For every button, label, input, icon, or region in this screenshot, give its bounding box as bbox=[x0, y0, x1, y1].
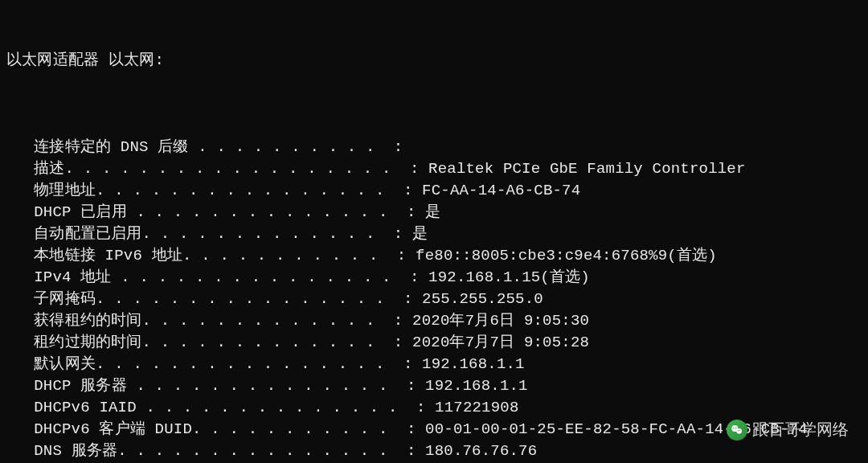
dots-fill: . . . . . . . . . . . . . . bbox=[127, 375, 397, 397]
colon-separator: : bbox=[394, 180, 422, 202]
colon-separator: : bbox=[384, 310, 412, 332]
config-label: 获得租约的时间 bbox=[34, 310, 141, 332]
dots-fill: . . . . . . . . . . . . . . bbox=[137, 397, 407, 419]
config-row-11: DHCP 服务器 . . . . . . . . . . . . . . : 1… bbox=[34, 375, 862, 397]
adapter-header: 以太网适配器 以太网: bbox=[6, 50, 862, 72]
dots-fill: . . . . . . . . . . . . . bbox=[142, 332, 385, 354]
config-row-8: 获得租约的时间. . . . . . . . . . . . . : 2020年… bbox=[34, 310, 862, 332]
dots-fill: . . . . . . . . . . . . . . bbox=[127, 202, 397, 223]
config-value: Realtek PCIe GbE Family Controller bbox=[428, 158, 745, 180]
dots-fill: . . . . . . . . . . . . . . . bbox=[117, 440, 397, 462]
watermark: 跟百哥学网络 bbox=[727, 419, 849, 440]
config-row-5: 本地链接 IPv6 地址. . . . . . . . . . . : fe80… bbox=[34, 245, 862, 267]
config-value: 2020年7月7日 9:05:28 bbox=[412, 332, 589, 354]
config-row-2: 物理地址. . . . . . . . . . . . . . . . : FC… bbox=[34, 180, 862, 202]
svg-point-5 bbox=[739, 430, 740, 431]
config-row-9: 租约过期的时间. . . . . . . . . . . . . : 2020年… bbox=[34, 332, 862, 354]
config-value: 是 bbox=[412, 223, 428, 245]
config-row-3: DHCP 已启用 . . . . . . . . . . . . . . : 是 bbox=[34, 202, 862, 223]
colon-separator: : bbox=[400, 267, 428, 289]
config-label: 自动配置已启用 bbox=[34, 223, 141, 245]
dots-fill: . . . . . . . . . . . bbox=[182, 245, 387, 267]
dots-fill: . . . . . . . . . . . . . . . . . . bbox=[65, 158, 401, 180]
wechat-icon bbox=[727, 420, 747, 440]
config-value: 192.168.1.1 bbox=[425, 375, 528, 397]
config-label: DHCP 已启用 bbox=[34, 202, 127, 223]
colon-separator: : bbox=[400, 158, 428, 180]
colon-separator: : bbox=[397, 440, 425, 462]
svg-point-3 bbox=[735, 427, 736, 428]
config-row-14: DNS 服务器. . . . . . . . . . . . . . . : 1… bbox=[34, 440, 862, 462]
dots-fill: . . . . . . . . . . bbox=[189, 137, 385, 158]
dots-fill: . . . . . . . . . . . . . . . . bbox=[96, 289, 394, 310]
config-label: 默认网关 bbox=[34, 354, 96, 375]
colon-separator: : bbox=[384, 332, 412, 354]
colon-separator: : bbox=[387, 245, 416, 267]
config-label: DHCPv6 客户端 DUID bbox=[34, 419, 192, 440]
dots-fill: . . . . . . . . . . . . . . . bbox=[112, 267, 401, 289]
config-row-6: IPv4 地址 . . . . . . . . . . . . . . . : … bbox=[34, 267, 862, 289]
config-label: IPv4 地址 bbox=[34, 267, 111, 289]
colon-separator: : bbox=[397, 202, 425, 223]
config-label: DHCPv6 IAID bbox=[34, 397, 137, 419]
config-row-7: 子网掩码. . . . . . . . . . . . . . . . : 25… bbox=[34, 289, 862, 310]
watermark-text: 跟百哥学网络 bbox=[752, 419, 849, 440]
config-value: 117221908 bbox=[435, 397, 518, 419]
config-value: fe80::8005:cbe3:c9e4:6768%9(首选) bbox=[416, 245, 717, 267]
colon-separator: : bbox=[394, 289, 422, 310]
config-label: 租约过期的时间 bbox=[34, 332, 141, 354]
config-label: 本地链接 IPv6 地址 bbox=[34, 245, 182, 267]
colon-separator: : bbox=[397, 375, 425, 397]
dots-fill: . . . . . . . . . . . . . . . . bbox=[96, 354, 394, 375]
colon-separator: : bbox=[394, 354, 422, 375]
config-value: FC-AA-14-A6-CB-74 bbox=[422, 180, 580, 202]
ipconfig-block: 连接特定的 DNS 后缀 . . . . . . . . . . : 描述. .… bbox=[6, 137, 862, 463]
dots-fill: . . . . . . . . . . . . . bbox=[142, 310, 385, 332]
config-value: 192.168.1.1 bbox=[422, 354, 525, 375]
config-row-4: 自动配置已启用. . . . . . . . . . . . . : 是 bbox=[34, 223, 862, 245]
config-value: 192.168.1.15(首选) bbox=[428, 267, 590, 289]
dots-fill: . . . . . . . . . . . . . bbox=[142, 223, 385, 245]
svg-point-2 bbox=[733, 427, 734, 428]
config-value: 是 bbox=[425, 202, 440, 223]
config-value: 2020年7月6日 9:05:30 bbox=[412, 310, 589, 332]
svg-point-1 bbox=[736, 428, 742, 434]
config-label: 子网掩码 bbox=[34, 289, 96, 310]
config-label: DNS 服务器 bbox=[34, 440, 117, 462]
config-label: 物理地址 bbox=[34, 180, 96, 202]
config-value: 255.255.255.0 bbox=[422, 289, 543, 310]
colon-separator: : bbox=[397, 419, 425, 440]
terminal-output: 以太网适配器 以太网: 连接特定的 DNS 后缀 . . . . . . . .… bbox=[0, 0, 868, 463]
config-row-0: 连接特定的 DNS 后缀 . . . . . . . . . . : bbox=[34, 137, 862, 158]
dots-fill: . . . . . . . . . . . bbox=[192, 419, 397, 440]
config-label: DHCP 服务器 bbox=[34, 375, 127, 397]
colon-separator: : bbox=[384, 137, 412, 158]
svg-point-4 bbox=[738, 430, 739, 431]
config-value: 180.76.76.76 bbox=[425, 440, 537, 462]
config-label: 连接特定的 DNS 后缀 bbox=[34, 137, 188, 158]
colon-separator: : bbox=[384, 223, 412, 245]
config-row-1: 描述. . . . . . . . . . . . . . . . . . : … bbox=[34, 158, 862, 180]
colon-separator: : bbox=[407, 397, 435, 419]
dots-fill: . . . . . . . . . . . . . . . . bbox=[96, 180, 394, 202]
config-label: 描述 bbox=[34, 158, 64, 180]
config-row-12: DHCPv6 IAID . . . . . . . . . . . . . . … bbox=[34, 397, 862, 419]
config-row-10: 默认网关. . . . . . . . . . . . . . . . : 19… bbox=[34, 354, 862, 375]
